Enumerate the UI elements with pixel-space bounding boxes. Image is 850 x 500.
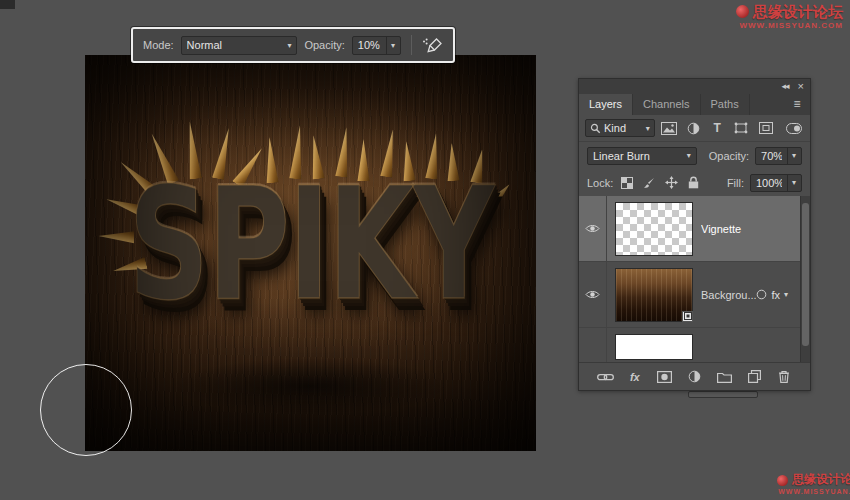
watermark-url: WWW.MISSYUAN.COM — [736, 21, 843, 30]
add-layer-mask-icon[interactable] — [654, 367, 676, 387]
toolbar-divider — [411, 35, 412, 55]
filter-toggle-icon[interactable] — [784, 119, 804, 137]
blend-row: Linear Burn ▾ Opacity: 70% ▾ — [579, 142, 810, 169]
layer-name[interactable]: Vignette — [701, 223, 788, 235]
scrollbar-thumb[interactable] — [802, 203, 809, 346]
layer-name[interactable]: Backgrou... — [701, 289, 756, 301]
layer-row-partial[interactable] — [579, 328, 810, 362]
tab-paths[interactable]: Paths — [701, 94, 750, 115]
watermark-url: WWW.MISSYUAN.CO — [777, 488, 850, 496]
layer-list-scrollbar[interactable] — [800, 196, 810, 362]
visibility-toggle[interactable] — [579, 328, 607, 362]
watermark-brand: 思缘设计论坛 — [753, 3, 843, 20]
layer-row-vignette[interactable]: Vignette — [579, 196, 810, 262]
watermark-logo-icon — [777, 475, 788, 486]
smart-object-badge-icon — [682, 311, 693, 322]
brush-options-bar: Mode: Normal ▾ Opacity: 10% ▾ — [131, 27, 455, 63]
filter-kind-dropdown[interactable]: Kind ▾ — [585, 119, 655, 137]
watermark-top: 思缘设计论坛 WWW.MISSYUAN.COM — [736, 3, 843, 30]
layers-bottom-bar: fx — [579, 362, 810, 390]
link-layers-icon[interactable] — [594, 367, 616, 387]
close-panel-icon[interactable]: × — [798, 81, 803, 92]
new-layer-icon[interactable] — [743, 367, 765, 387]
opacity-label: Opacity: — [304, 39, 344, 51]
filter-kind-value: Kind — [604, 122, 641, 134]
layer-style-circle-icon — [756, 289, 767, 300]
lock-all-icon[interactable] — [685, 176, 701, 189]
chevron-down-icon: ▾ — [787, 148, 796, 164]
fill-dropdown[interactable]: 100% ▾ — [750, 174, 802, 192]
tab-channels[interactable]: Channels — [633, 94, 700, 115]
eye-icon — [585, 289, 600, 300]
visibility-toggle[interactable] — [579, 262, 607, 327]
fx-badge-label: fx — [771, 289, 780, 301]
filter-pixel-layers-icon[interactable] — [659, 119, 679, 137]
layers-panel: ◂◂ × Layers Channels Paths ≡ Kind ▾ — [578, 78, 811, 391]
layer-blend-mode-value: Linear Burn — [593, 150, 682, 162]
fill-label: Fill: — [727, 177, 744, 189]
panel-resize-gripper[interactable] — [688, 391, 758, 398]
vignette-overlay — [85, 55, 536, 451]
filter-shape-layers-icon[interactable] — [731, 119, 751, 137]
layer-opacity-dropdown[interactable]: 70% ▾ — [755, 147, 802, 165]
tab-spacer — [750, 94, 784, 115]
layer-list: Vignette Backgrou... fx ▾ — [579, 196, 810, 362]
airbrush-icon[interactable] — [422, 37, 443, 53]
layer-thumbnail[interactable] — [615, 268, 693, 322]
chevron-down-icon: ▾ — [386, 37, 395, 54]
lock-transparent-pixels-icon[interactable] — [619, 177, 635, 189]
watermark-bottom: 思缘设计论坛 WWW.MISSYUAN.CO — [777, 473, 850, 496]
opacity-value: 10% — [358, 39, 381, 51]
eye-icon — [585, 223, 600, 234]
new-adjustment-layer-icon[interactable] — [683, 367, 705, 387]
visibility-toggle[interactable] — [579, 196, 607, 261]
layer-row-background[interactable]: Backgrou... fx ▾ — [579, 262, 810, 328]
lock-row: Lock: Fill: 100% ▾ — [579, 169, 810, 196]
chevron-down-icon: ▾ — [687, 151, 691, 160]
filter-smart-objects-icon[interactable] — [756, 119, 776, 137]
search-icon — [590, 123, 601, 134]
tab-layers[interactable]: Layers — [579, 94, 633, 115]
layer-filter-row: Kind ▾ T — [579, 115, 810, 142]
photoshop-workspace: 思缘设计论坛 WWW.MISSYUAN.COM Mode: Normal ▾ O… — [0, 0, 850, 500]
opacity-dropdown[interactable]: 10% ▾ — [352, 36, 401, 55]
window-corner-fragment — [0, 0, 15, 9]
panel-header: ◂◂ × — [579, 79, 810, 94]
layer-opacity-value: 70% — [761, 150, 782, 162]
filter-adjustment-layers-icon[interactable] — [683, 119, 703, 137]
new-group-icon[interactable] — [713, 367, 735, 387]
add-layer-style-button[interactable]: fx — [624, 367, 646, 387]
blend-mode-value: Normal — [187, 39, 283, 51]
chevron-down-icon: ▾ — [787, 175, 796, 191]
mode-label: Mode: — [143, 39, 174, 51]
chevron-down-icon[interactable]: ▾ — [784, 290, 788, 299]
lock-position-icon[interactable] — [663, 176, 679, 189]
chevron-down-icon: ▾ — [646, 124, 650, 133]
chevron-down-icon: ▾ — [287, 41, 291, 50]
fill-value: 100% — [756, 177, 782, 189]
layer-effects-badge[interactable]: fx ▾ — [756, 289, 788, 301]
delete-layer-icon[interactable] — [773, 367, 795, 387]
panel-tabs: Layers Channels Paths ≡ — [579, 94, 810, 115]
layer-opacity-label: Opacity: — [709, 150, 749, 162]
filter-type-layers-icon[interactable]: T — [707, 119, 727, 137]
blend-mode-dropdown[interactable]: Normal ▾ — [181, 36, 298, 55]
layer-thumbnail[interactable] — [615, 334, 693, 360]
watermark-brand: 思缘设计论坛 — [792, 473, 850, 487]
brush-cursor — [40, 364, 132, 456]
watermark-logo-icon — [736, 5, 749, 18]
panel-menu-icon[interactable]: ≡ — [784, 94, 810, 115]
document-canvas[interactable]: SPIKY — [85, 55, 536, 451]
lock-label: Lock: — [587, 177, 613, 189]
collapse-panel-icon[interactable]: ◂◂ — [782, 82, 789, 91]
layer-blend-mode-dropdown[interactable]: Linear Burn ▾ — [587, 147, 697, 165]
layer-thumbnail[interactable] — [615, 202, 693, 256]
lock-image-pixels-icon[interactable] — [641, 177, 657, 189]
